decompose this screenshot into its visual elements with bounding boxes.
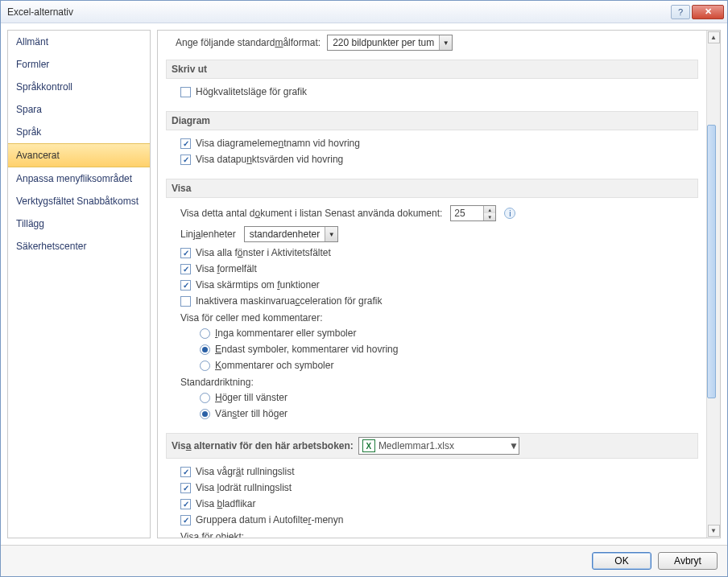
label-sheet-tabs: Visa bladflikar bbox=[196, 498, 256, 509]
section-head-workbook: Visa alternativ för den här arbetsboken:… bbox=[166, 433, 698, 459]
ok-button[interactable]: OK bbox=[592, 552, 651, 570]
scroll-down-icon[interactable]: ▼ bbox=[708, 525, 720, 537]
titlebar: Excel-alternativ ? ✕ bbox=[1, 1, 727, 23]
scrollbar[interactable]: ▲ ▼ bbox=[706, 31, 720, 538]
label-hq-graphics: Högkvalitetsläge för grafik bbox=[196, 86, 307, 97]
sidebar-item-sakerhetscenter[interactable]: Säkerhetscenter bbox=[8, 235, 150, 258]
sidebar-item-allmant[interactable]: Allmänt bbox=[8, 31, 150, 53]
chevron-down-icon: ▼ bbox=[509, 440, 519, 451]
label-diagram-datavalues: Visa datapunktsvärden vid hovring bbox=[196, 154, 343, 165]
label-objects-group: Visa för objekt: bbox=[180, 528, 693, 538]
radio-direction-rtl[interactable] bbox=[200, 393, 210, 403]
sidebar-item-sprak[interactable]: Språk bbox=[8, 121, 150, 143]
content: Ange följande standardmålformat: 220 bil… bbox=[158, 31, 706, 538]
checkbox-screentips[interactable] bbox=[180, 280, 191, 291]
close-button[interactable]: ✕ bbox=[692, 5, 724, 19]
label-all-windows: Visa alla fönster i Aktivitetsfältet bbox=[196, 247, 331, 258]
sidebar-item-spara[interactable]: Spara bbox=[8, 98, 150, 121]
default-image-format-select[interactable]: 220 bildpunkter per tum ▼ bbox=[327, 35, 453, 51]
label-comments-none: Inga kommentarer eller symboler bbox=[215, 328, 356, 339]
checkbox-sheet-tabs[interactable] bbox=[180, 499, 191, 509]
checkbox-all-windows[interactable] bbox=[180, 248, 191, 258]
dialog-body: Allmänt Formler Språkkontroll Spara Språ… bbox=[1, 23, 727, 545]
section-head-print: Skriv ut bbox=[166, 60, 698, 79]
select-ruler-units[interactable]: standardenheter ▼ bbox=[244, 226, 338, 242]
label-vscroll: Visa lodrät rullningslist bbox=[196, 482, 292, 493]
scroll-up-icon[interactable]: ▲ bbox=[708, 31, 720, 43]
checkbox-vscroll[interactable] bbox=[180, 483, 191, 493]
section-head-visa: Visa bbox=[166, 179, 698, 198]
spinner-recent-docs[interactable]: 25 ▲ ▼ bbox=[450, 205, 496, 221]
cancel-button[interactable]: Avbryt bbox=[658, 552, 718, 570]
label-group-dates: Gruppera datum i Autofilter-menyn bbox=[196, 514, 343, 525]
window-title: Excel-alternativ bbox=[7, 6, 669, 18]
label-screentips: Visa skärmtips om funktioner bbox=[196, 279, 320, 291]
label-comments-group: Visa för celler med kommentarer: bbox=[180, 309, 693, 325]
label-hwaccel: Inaktivera maskinvaruacceleration för gr… bbox=[196, 295, 382, 307]
label-recent-docs: Visa detta antal dokument i listan Senas… bbox=[180, 208, 442, 219]
checkbox-hscroll[interactable] bbox=[180, 467, 191, 477]
spinner-up-icon[interactable]: ▲ bbox=[484, 206, 495, 213]
sidebar-item-anpassa[interactable]: Anpassa menyfliksområdet bbox=[8, 167, 150, 190]
label-direction-ltr: Vänster till höger bbox=[215, 408, 287, 419]
label-direction-group: Standardriktning: bbox=[180, 373, 693, 389]
checkbox-group-dates[interactable] bbox=[180, 515, 191, 525]
dialog-window: Excel-alternativ ? ✕ Allmänt Formler Spr… bbox=[0, 0, 728, 577]
label-hscroll: Visa vågrät rullningslist bbox=[196, 466, 295, 477]
label-comments-only: Endast symboler, kommentarer vid hovring bbox=[215, 344, 398, 355]
sidebar-item-sprakkontroll[interactable]: Språkkontroll bbox=[8, 76, 150, 98]
help-button[interactable]: ? bbox=[671, 5, 690, 19]
radio-comments-only[interactable] bbox=[200, 344, 210, 355]
scroll-thumb[interactable] bbox=[707, 125, 716, 398]
checkbox-diagram-elementnames[interactable] bbox=[180, 138, 191, 149]
select-workbook[interactable]: X Medlemmar1.xlsx ▼ bbox=[358, 437, 519, 455]
excel-file-icon: X bbox=[362, 439, 375, 452]
chevron-down-icon: ▼ bbox=[439, 35, 452, 50]
checkbox-hq-graphics[interactable] bbox=[180, 87, 191, 97]
radio-direction-ltr[interactable] bbox=[200, 409, 210, 419]
info-icon[interactable]: i bbox=[504, 208, 515, 219]
sidebar-item-tillagg[interactable]: Tillägg bbox=[8, 212, 150, 235]
default-image-format-row: Ange följande standardmålformat: 220 bil… bbox=[166, 32, 698, 53]
spinner-down-icon[interactable]: ▼ bbox=[484, 213, 495, 220]
label-direction-rtl: Höger till vänster bbox=[215, 392, 287, 403]
content-wrap: Ange följande standardmålformat: 220 bil… bbox=[157, 30, 721, 538]
checkbox-hwaccel[interactable] bbox=[180, 296, 191, 307]
label-formula-bar: Visa formelfält bbox=[196, 263, 257, 274]
section-head-diagram: Diagram bbox=[166, 111, 698, 130]
sidebar-item-snabbatkomst[interactable]: Verktygsfältet Snabbåtkomst bbox=[8, 190, 150, 212]
default-image-format-label: Ange följande standardmålformat: bbox=[176, 37, 321, 48]
chevron-down-icon: ▼ bbox=[325, 227, 337, 241]
sidebar: Allmänt Formler Språkkontroll Spara Språ… bbox=[7, 30, 151, 538]
radio-comments-all[interactable] bbox=[200, 361, 210, 371]
label-comments-all: Kommentarer och symboler bbox=[215, 360, 333, 371]
checkbox-diagram-datavalues[interactable] bbox=[180, 155, 191, 165]
checkbox-formula-bar[interactable] bbox=[180, 264, 191, 274]
radio-comments-none[interactable] bbox=[200, 328, 210, 339]
label-diagram-elementnames: Visa diagramelementnamn vid hovring bbox=[196, 138, 360, 149]
dialog-footer: OK Avbryt bbox=[1, 545, 727, 576]
sidebar-item-formler[interactable]: Formler bbox=[8, 53, 150, 76]
sidebar-item-avancerat[interactable]: Avancerat bbox=[8, 143, 150, 167]
label-ruler-units: Linjalenheter bbox=[180, 229, 236, 240]
